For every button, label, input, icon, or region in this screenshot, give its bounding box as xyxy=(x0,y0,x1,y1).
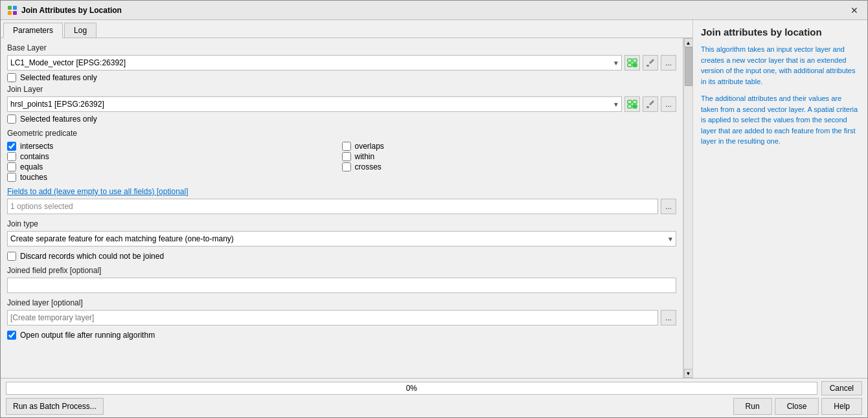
join-type-select[interactable]: Create separate feature for each matchin… xyxy=(7,231,676,247)
scroll-down-button[interactable]: ▼ xyxy=(684,369,693,378)
discard-records-checkbox[interactable] xyxy=(7,252,16,261)
predicate-intersects-checkbox[interactable] xyxy=(7,142,16,151)
close-button[interactable]: Close xyxy=(775,398,819,415)
joined-layer-label: Joined layer [optional] xyxy=(7,298,676,307)
joined-layer-input[interactable] xyxy=(7,310,658,325)
predicate-contains-label: contains xyxy=(20,152,49,161)
join-layer-selected-features-row: Selected features only xyxy=(7,115,676,124)
svg-rect-1 xyxy=(13,6,17,10)
run-button[interactable]: Run xyxy=(733,398,772,415)
joined-layer-more-button[interactable]: … xyxy=(661,310,676,325)
base-layer-selected-features-label: Selected features only xyxy=(20,73,97,82)
open-output-label: Open output file after running algorithm xyxy=(20,331,155,340)
help-paragraph-1: This algorithm takes an input vector lay… xyxy=(701,44,860,87)
join-layer-select-file-button[interactable] xyxy=(624,96,640,112)
predicate-contains: contains xyxy=(7,152,342,161)
tab-parameters[interactable]: Parameters xyxy=(3,23,63,38)
join-layer-combo-wrapper: hrsl_points1 [EPSG:26392] ▼ xyxy=(7,96,622,112)
svg-rect-2 xyxy=(8,11,12,15)
buttons-row: Run as Batch Process... Run Close Help xyxy=(6,398,862,415)
predicate-touches-checkbox[interactable] xyxy=(7,173,16,182)
svg-rect-6 xyxy=(628,63,632,67)
base-layer-row: LC1_Mode_vector [EPSG:26392] ▼ xyxy=(7,55,676,71)
open-output-checkbox[interactable] xyxy=(7,331,16,340)
run-as-batch-button[interactable]: Run as Batch Process... xyxy=(6,398,104,415)
join-type-label: Join type xyxy=(7,219,676,228)
fields-to-add-input[interactable] xyxy=(7,199,658,214)
join-layer-label: Join Layer xyxy=(7,85,676,94)
join-layer-selected-features-label: Selected features only xyxy=(20,115,97,124)
progress-label: 0% xyxy=(406,384,417,393)
join-layer-settings-button[interactable] xyxy=(643,96,658,112)
bottom-bar: 0% Cancel Run as Batch Process... Run Cl… xyxy=(1,378,867,417)
join-layer-more-button[interactable]: … xyxy=(661,96,676,112)
open-output-row: Open output file after running algorithm xyxy=(7,331,676,340)
geometric-predicate-label: Geometric predicate xyxy=(7,129,676,138)
predicate-crosses: crosses xyxy=(342,162,677,171)
joined-field-prefix-input[interactable] xyxy=(7,278,676,293)
predicate-within: within xyxy=(342,152,677,161)
predicate-equals-checkbox[interactable] xyxy=(7,162,16,171)
progress-row: 0% Cancel xyxy=(6,381,862,395)
predicate-overlaps-checkbox[interactable] xyxy=(342,142,351,151)
tabs-bar: Parameters Log xyxy=(1,20,692,38)
base-layer-combo-wrapper: LC1_Mode_vector [EPSG:26392] ▼ xyxy=(7,55,622,71)
tab-log[interactable]: Log xyxy=(64,23,97,38)
predicate-overlaps-label: overlaps xyxy=(355,142,384,151)
base-layer-select[interactable]: LC1_Mode_vector [EPSG:26392] xyxy=(7,55,622,71)
svg-rect-9 xyxy=(628,100,632,104)
select-layers-icon-2 xyxy=(627,99,637,109)
svg-rect-5 xyxy=(633,59,637,62)
fields-to-add-label[interactable]: Fields to add (leave empty to use all fi… xyxy=(7,187,676,196)
help-title: Join attributes by location xyxy=(701,27,860,38)
predicate-touches: touches xyxy=(7,173,342,182)
svg-rect-10 xyxy=(633,100,637,104)
joined-field-prefix-row xyxy=(7,278,676,293)
scrollbar-track: ▲ ▼ xyxy=(683,38,692,378)
predicate-contains-checkbox[interactable] xyxy=(7,152,16,161)
svg-rect-8 xyxy=(646,65,649,67)
join-layer-selected-features-checkbox[interactable] xyxy=(7,115,16,124)
join-type-combo-wrapper: Create separate feature for each matchin… xyxy=(7,231,676,247)
predicate-within-label: within xyxy=(355,152,375,161)
predicate-crosses-checkbox[interactable] xyxy=(342,162,351,171)
svg-rect-3 xyxy=(13,11,17,15)
help-button[interactable]: Help xyxy=(821,398,862,415)
predicate-equals-label: equals xyxy=(20,162,43,171)
svg-rect-11 xyxy=(628,105,632,108)
title-bar-title: Join Attributes by Location xyxy=(7,5,122,16)
base-layer-more-button[interactable]: … xyxy=(661,55,676,71)
cancel-button[interactable]: Cancel xyxy=(821,381,862,395)
fields-to-add-more-button[interactable]: … xyxy=(661,199,676,214)
predicate-within-checkbox[interactable] xyxy=(342,152,351,161)
progress-bar: 0% xyxy=(6,382,817,395)
main-window: Join Attributes by Location ✕ Parameters… xyxy=(0,0,868,418)
join-layer-select[interactable]: hrsl_points1 [EPSG:26392] xyxy=(7,96,622,112)
main-content: Parameters Log Base Layer LC1_Mode_vecto… xyxy=(1,20,867,378)
join-type-row: Create separate feature for each matchin… xyxy=(7,231,676,247)
window-icon xyxy=(7,5,17,16)
left-panel: Parameters Log Base Layer LC1_Mode_vecto… xyxy=(1,20,692,378)
window-title: Join Attributes by Location xyxy=(21,6,122,15)
base-layer-selected-features-checkbox[interactable] xyxy=(7,73,16,82)
predicate-crosses-label: crosses xyxy=(355,162,382,171)
action-buttons: Run Close Help xyxy=(733,398,862,415)
join-layer-row: hrsl_points1 [EPSG:26392] ▼ xyxy=(7,96,676,112)
joined-layer-row: … xyxy=(7,310,676,325)
predicate-equals: equals xyxy=(7,162,342,171)
discard-records-row: Discard records which could not be joine… xyxy=(7,252,676,261)
svg-rect-12 xyxy=(633,105,637,108)
base-layer-select-file-button[interactable] xyxy=(624,55,640,71)
close-window-button[interactable]: ✕ xyxy=(848,5,861,16)
predicate-touches-label: touches xyxy=(20,173,47,182)
scroll-up-button[interactable]: ▲ xyxy=(684,38,693,47)
more-icon-2: … xyxy=(665,101,672,108)
svg-rect-13 xyxy=(646,106,649,108)
scroll-thumb-area xyxy=(684,47,693,369)
svg-rect-0 xyxy=(8,6,12,10)
predicate-overlaps: overlaps xyxy=(342,142,677,151)
title-bar: Join Attributes by Location ✕ xyxy=(1,1,867,20)
help-panel: Join attributes by location This algorit… xyxy=(692,20,867,378)
base-layer-settings-button[interactable] xyxy=(643,55,658,71)
scroll-thumb[interactable] xyxy=(685,47,692,86)
